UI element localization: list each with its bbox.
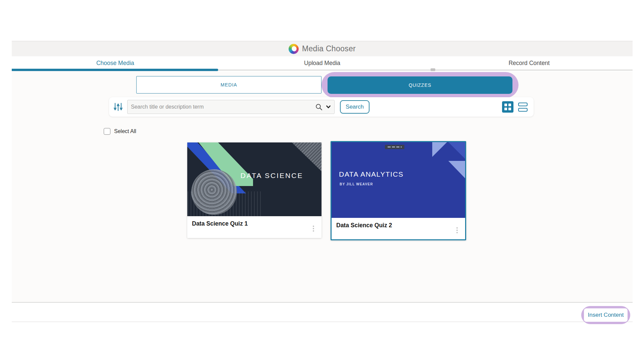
content-area: MEDIA QUIZZES S (12, 71, 633, 302)
kaltura-logo-icon (289, 44, 299, 54)
media-toggle-button[interactable]: MEDIA (136, 76, 321, 94)
page-title: Media Chooser (302, 44, 356, 53)
list-bar (518, 108, 528, 112)
dialog-header: Media Chooser (12, 41, 633, 56)
select-all-label: Select All (114, 128, 136, 134)
quiz-card-2-thumbnail: DATA ANALYTICS BY JILL WEAVER (332, 142, 465, 218)
select-all-row: Select All (104, 128, 136, 135)
insert-content-highlight-ring: Insert Content (581, 306, 630, 324)
thumbnail-badge (385, 145, 404, 149)
thumbnail-byline: BY JILL WEAVER (340, 182, 373, 186)
thumbnail-heading: DATA ANALYTICS (339, 170, 404, 178)
search-icon[interactable] (315, 104, 323, 111)
grid-cell (504, 104, 507, 106)
thumbnail-corner-triangles (428, 142, 465, 180)
active-tab-indicator (12, 69, 218, 71)
grid-view-icon[interactable] (502, 101, 513, 113)
select-all-checkbox[interactable] (104, 128, 110, 135)
search-button[interactable]: Search (340, 100, 369, 114)
tab-divider-line (218, 70, 633, 70)
tab-bar: Choose Media Upload Media Record Content (12, 56, 633, 69)
quiz-card-1-title: Data Science Quiz 1 (192, 220, 248, 227)
quiz-card-2[interactable]: DATA ANALYTICS BY JILL WEAVER Data Scien… (331, 141, 466, 240)
tab-choose-media[interactable]: Choose Media (12, 56, 219, 69)
kebab-menu-icon[interactable] (455, 226, 459, 235)
grid-cell (508, 104, 511, 106)
thumbnail-heading: DATA SCIENCE (228, 172, 316, 180)
search-toolbar: Search (109, 97, 534, 117)
tab-record-content[interactable]: Record Content (426, 56, 633, 69)
footer-divider-bottom (12, 321, 633, 322)
quiz-card-2-title: Data Science Quiz 2 (336, 222, 392, 229)
media-chooser-dialog: Media Chooser Choose Media Upload Media … (0, 0, 644, 362)
quiz-card-1-thumbnail: DATA SCIENCE (187, 142, 321, 216)
chevron-down-icon[interactable] (326, 105, 331, 109)
list-view-icon[interactable] (518, 101, 528, 113)
quiz-card-1-footer: Data Science Quiz 1 (187, 216, 321, 238)
insert-content-button[interactable]: Insert Content (584, 308, 628, 322)
search-input[interactable] (131, 104, 312, 110)
thumbnail-circuit-corner (278, 142, 321, 171)
footer-divider-top (12, 302, 633, 303)
grid-cell (504, 108, 507, 110)
quiz-card-2-footer: Data Science Quiz 2 (332, 218, 465, 239)
scrollbar-thumb[interactable] (431, 68, 435, 71)
tab-upload-media[interactable]: Upload Media (219, 56, 426, 69)
kebab-menu-icon[interactable] (311, 224, 315, 233)
quizzes-toggle-button[interactable]: QUIZZES (328, 76, 512, 94)
quiz-card-1[interactable]: DATA SCIENCE Data Science Quiz 1 (187, 142, 321, 238)
list-bar (518, 103, 528, 106)
thumbnail-circuit-texture (187, 191, 262, 216)
grid-cell (508, 108, 511, 110)
quizzes-highlight-ring: QUIZZES (321, 72, 518, 98)
sort-icon[interactable] (114, 102, 122, 112)
search-input-wrap (127, 100, 335, 114)
